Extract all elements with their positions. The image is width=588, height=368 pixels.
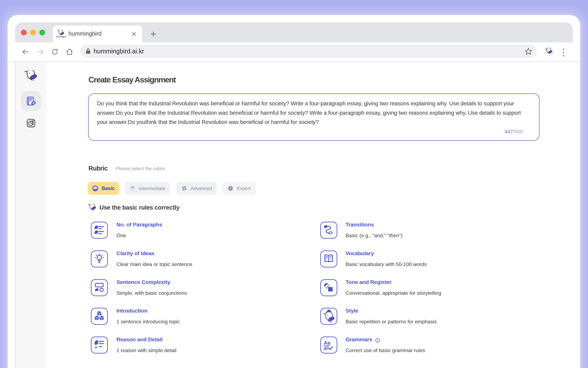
svg-text:Aa: Aa	[324, 340, 331, 346]
